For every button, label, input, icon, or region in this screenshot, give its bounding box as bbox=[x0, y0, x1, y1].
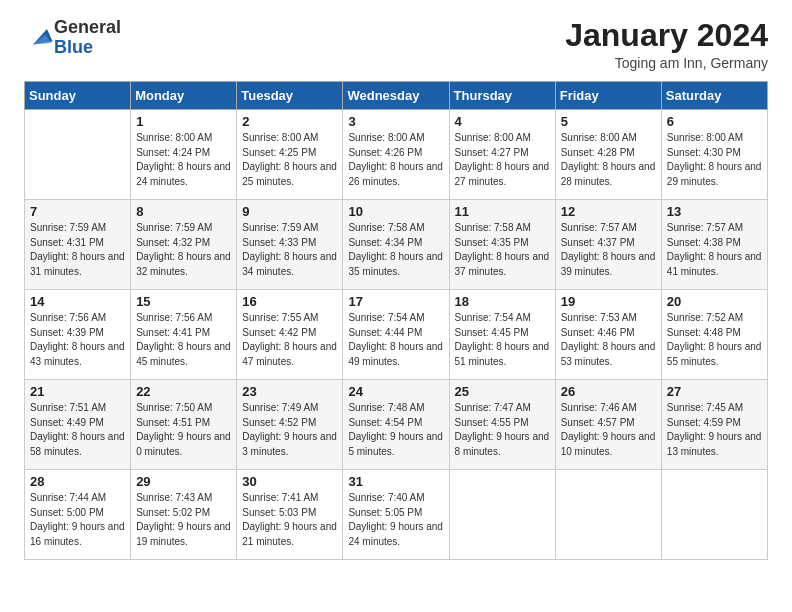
cell-w1-d4: 11Sunrise: 7:58 AM Sunset: 4:35 PM Dayli… bbox=[449, 200, 555, 290]
day-info-30: Sunrise: 7:41 AM Sunset: 5:03 PM Dayligh… bbox=[242, 491, 337, 549]
day-number-14: 14 bbox=[30, 294, 125, 309]
day-number-7: 7 bbox=[30, 204, 125, 219]
day-info-27: Sunrise: 7:45 AM Sunset: 4:59 PM Dayligh… bbox=[667, 401, 762, 459]
day-number-19: 19 bbox=[561, 294, 656, 309]
day-info-15: Sunrise: 7:56 AM Sunset: 4:41 PM Dayligh… bbox=[136, 311, 231, 369]
day-info-4: Sunrise: 8:00 AM Sunset: 4:27 PM Dayligh… bbox=[455, 131, 550, 189]
cell-w2-d5: 19Sunrise: 7:53 AM Sunset: 4:46 PM Dayli… bbox=[555, 290, 661, 380]
day-info-31: Sunrise: 7:40 AM Sunset: 5:05 PM Dayligh… bbox=[348, 491, 443, 549]
day-info-28: Sunrise: 7:44 AM Sunset: 5:00 PM Dayligh… bbox=[30, 491, 125, 549]
cell-w0-d5: 5Sunrise: 8:00 AM Sunset: 4:28 PM Daylig… bbox=[555, 110, 661, 200]
col-thursday: Thursday bbox=[449, 82, 555, 110]
cell-w2-d0: 14Sunrise: 7:56 AM Sunset: 4:39 PM Dayli… bbox=[25, 290, 131, 380]
cell-w3-d2: 23Sunrise: 7:49 AM Sunset: 4:52 PM Dayli… bbox=[237, 380, 343, 470]
cell-w2-d1: 15Sunrise: 7:56 AM Sunset: 4:41 PM Dayli… bbox=[131, 290, 237, 380]
cell-w1-d1: 8Sunrise: 7:59 AM Sunset: 4:32 PM Daylig… bbox=[131, 200, 237, 290]
day-number-29: 29 bbox=[136, 474, 231, 489]
day-info-24: Sunrise: 7:48 AM Sunset: 4:54 PM Dayligh… bbox=[348, 401, 443, 459]
col-friday: Friday bbox=[555, 82, 661, 110]
day-number-18: 18 bbox=[455, 294, 550, 309]
day-number-15: 15 bbox=[136, 294, 231, 309]
day-number-25: 25 bbox=[455, 384, 550, 399]
cell-w1-d5: 12Sunrise: 7:57 AM Sunset: 4:37 PM Dayli… bbox=[555, 200, 661, 290]
cell-w4-d3: 31Sunrise: 7:40 AM Sunset: 5:05 PM Dayli… bbox=[343, 470, 449, 560]
day-info-11: Sunrise: 7:58 AM Sunset: 4:35 PM Dayligh… bbox=[455, 221, 550, 279]
logo-text: General Blue bbox=[54, 18, 121, 58]
week-row-4: 28Sunrise: 7:44 AM Sunset: 5:00 PM Dayli… bbox=[25, 470, 768, 560]
logo-icon bbox=[26, 22, 54, 50]
week-row-1: 7Sunrise: 7:59 AM Sunset: 4:31 PM Daylig… bbox=[25, 200, 768, 290]
day-info-25: Sunrise: 7:47 AM Sunset: 4:55 PM Dayligh… bbox=[455, 401, 550, 459]
cell-w2-d6: 20Sunrise: 7:52 AM Sunset: 4:48 PM Dayli… bbox=[661, 290, 767, 380]
title-block: January 2024 Toging am Inn, Germany bbox=[565, 18, 768, 71]
logo: General Blue bbox=[24, 18, 121, 58]
day-number-31: 31 bbox=[348, 474, 443, 489]
day-number-23: 23 bbox=[242, 384, 337, 399]
cell-w3-d1: 22Sunrise: 7:50 AM Sunset: 4:51 PM Dayli… bbox=[131, 380, 237, 470]
cell-w0-d3: 3Sunrise: 8:00 AM Sunset: 4:26 PM Daylig… bbox=[343, 110, 449, 200]
day-info-3: Sunrise: 8:00 AM Sunset: 4:26 PM Dayligh… bbox=[348, 131, 443, 189]
day-number-4: 4 bbox=[455, 114, 550, 129]
day-info-12: Sunrise: 7:57 AM Sunset: 4:37 PM Dayligh… bbox=[561, 221, 656, 279]
day-number-21: 21 bbox=[30, 384, 125, 399]
col-tuesday: Tuesday bbox=[237, 82, 343, 110]
day-number-11: 11 bbox=[455, 204, 550, 219]
day-number-20: 20 bbox=[667, 294, 762, 309]
cell-w0-d0 bbox=[25, 110, 131, 200]
day-info-26: Sunrise: 7:46 AM Sunset: 4:57 PM Dayligh… bbox=[561, 401, 656, 459]
col-saturday: Saturday bbox=[661, 82, 767, 110]
cell-w4-d4 bbox=[449, 470, 555, 560]
day-info-22: Sunrise: 7:50 AM Sunset: 4:51 PM Dayligh… bbox=[136, 401, 231, 459]
cell-w3-d0: 21Sunrise: 7:51 AM Sunset: 4:49 PM Dayli… bbox=[25, 380, 131, 470]
day-info-2: Sunrise: 8:00 AM Sunset: 4:25 PM Dayligh… bbox=[242, 131, 337, 189]
week-row-3: 21Sunrise: 7:51 AM Sunset: 4:49 PM Dayli… bbox=[25, 380, 768, 470]
day-info-21: Sunrise: 7:51 AM Sunset: 4:49 PM Dayligh… bbox=[30, 401, 125, 459]
cell-w2-d2: 16Sunrise: 7:55 AM Sunset: 4:42 PM Dayli… bbox=[237, 290, 343, 380]
cell-w0-d1: 1Sunrise: 8:00 AM Sunset: 4:24 PM Daylig… bbox=[131, 110, 237, 200]
day-number-28: 28 bbox=[30, 474, 125, 489]
cell-w4-d6 bbox=[661, 470, 767, 560]
day-number-24: 24 bbox=[348, 384, 443, 399]
logo-blue: Blue bbox=[54, 37, 93, 57]
page: General Blue January 2024 Toging am Inn,… bbox=[0, 0, 792, 612]
day-info-16: Sunrise: 7:55 AM Sunset: 4:42 PM Dayligh… bbox=[242, 311, 337, 369]
cell-w0-d4: 4Sunrise: 8:00 AM Sunset: 4:27 PM Daylig… bbox=[449, 110, 555, 200]
day-number-10: 10 bbox=[348, 204, 443, 219]
cell-w3-d3: 24Sunrise: 7:48 AM Sunset: 4:54 PM Dayli… bbox=[343, 380, 449, 470]
cell-w1-d2: 9Sunrise: 7:59 AM Sunset: 4:33 PM Daylig… bbox=[237, 200, 343, 290]
cell-w1-d0: 7Sunrise: 7:59 AM Sunset: 4:31 PM Daylig… bbox=[25, 200, 131, 290]
day-number-9: 9 bbox=[242, 204, 337, 219]
header: General Blue January 2024 Toging am Inn,… bbox=[24, 18, 768, 71]
col-sunday: Sunday bbox=[25, 82, 131, 110]
cell-w1-d6: 13Sunrise: 7:57 AM Sunset: 4:38 PM Dayli… bbox=[661, 200, 767, 290]
day-info-20: Sunrise: 7:52 AM Sunset: 4:48 PM Dayligh… bbox=[667, 311, 762, 369]
month-title: January 2024 bbox=[565, 18, 768, 53]
logo-general: General bbox=[54, 17, 121, 37]
cell-w3-d6: 27Sunrise: 7:45 AM Sunset: 4:59 PM Dayli… bbox=[661, 380, 767, 470]
cell-w4-d5 bbox=[555, 470, 661, 560]
cell-w0-d6: 6Sunrise: 8:00 AM Sunset: 4:30 PM Daylig… bbox=[661, 110, 767, 200]
week-row-0: 1Sunrise: 8:00 AM Sunset: 4:24 PM Daylig… bbox=[25, 110, 768, 200]
cell-w4-d2: 30Sunrise: 7:41 AM Sunset: 5:03 PM Dayli… bbox=[237, 470, 343, 560]
cell-w2-d4: 18Sunrise: 7:54 AM Sunset: 4:45 PM Dayli… bbox=[449, 290, 555, 380]
day-number-6: 6 bbox=[667, 114, 762, 129]
col-wednesday: Wednesday bbox=[343, 82, 449, 110]
day-info-13: Sunrise: 7:57 AM Sunset: 4:38 PM Dayligh… bbox=[667, 221, 762, 279]
day-number-26: 26 bbox=[561, 384, 656, 399]
cell-w3-d4: 25Sunrise: 7:47 AM Sunset: 4:55 PM Dayli… bbox=[449, 380, 555, 470]
day-number-16: 16 bbox=[242, 294, 337, 309]
day-number-12: 12 bbox=[561, 204, 656, 219]
day-info-8: Sunrise: 7:59 AM Sunset: 4:32 PM Dayligh… bbox=[136, 221, 231, 279]
day-info-17: Sunrise: 7:54 AM Sunset: 4:44 PM Dayligh… bbox=[348, 311, 443, 369]
day-info-5: Sunrise: 8:00 AM Sunset: 4:28 PM Dayligh… bbox=[561, 131, 656, 189]
day-info-19: Sunrise: 7:53 AM Sunset: 4:46 PM Dayligh… bbox=[561, 311, 656, 369]
cell-w0-d2: 2Sunrise: 8:00 AM Sunset: 4:25 PM Daylig… bbox=[237, 110, 343, 200]
day-info-10: Sunrise: 7:58 AM Sunset: 4:34 PM Dayligh… bbox=[348, 221, 443, 279]
day-info-7: Sunrise: 7:59 AM Sunset: 4:31 PM Dayligh… bbox=[30, 221, 125, 279]
cell-w3-d5: 26Sunrise: 7:46 AM Sunset: 4:57 PM Dayli… bbox=[555, 380, 661, 470]
day-number-1: 1 bbox=[136, 114, 231, 129]
calendar-table: Sunday Monday Tuesday Wednesday Thursday… bbox=[24, 81, 768, 560]
cell-w1-d3: 10Sunrise: 7:58 AM Sunset: 4:34 PM Dayli… bbox=[343, 200, 449, 290]
calendar-header-row: Sunday Monday Tuesday Wednesday Thursday… bbox=[25, 82, 768, 110]
day-info-1: Sunrise: 8:00 AM Sunset: 4:24 PM Dayligh… bbox=[136, 131, 231, 189]
